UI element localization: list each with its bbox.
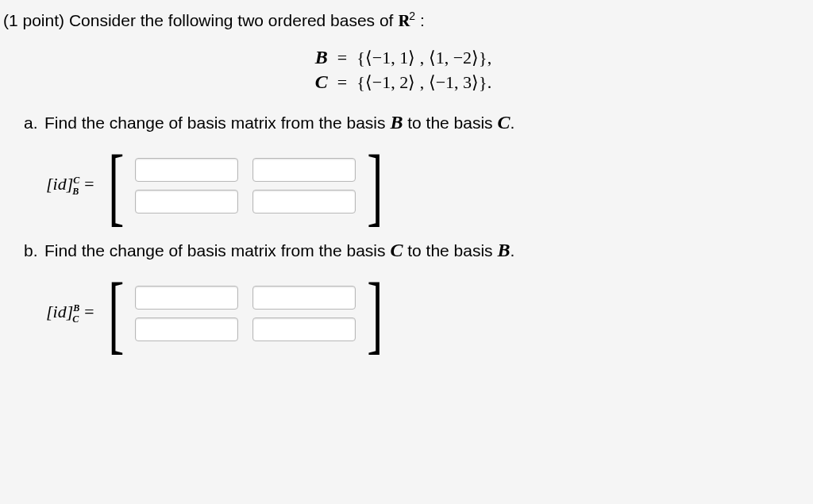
basis-C-symbol-inline: C (497, 112, 510, 133)
matrix-b-cells (130, 283, 360, 344)
problem-intro: (1 point) Consider the following two ord… (3, 10, 803, 31)
part-a-matrix-row: [id]CB = [ ] (46, 154, 803, 217)
real-symbol: R (398, 11, 409, 31)
part-a-text-before: Find the change of basis matrix from the… (44, 113, 390, 132)
part-a-end: . (510, 113, 514, 132)
basis-B-set: {⟨−1, 1⟩ , ⟨1, −2⟩}, (352, 45, 496, 70)
part-b-end: . (510, 241, 514, 260)
part-a-prompt: a.Find the change of basis matrix from t… (24, 112, 803, 133)
part-b-id-label: [id]BC = (46, 302, 95, 325)
right-bracket-icon: ] (368, 154, 383, 217)
basis-B-symbol-inline: B (390, 112, 403, 133)
part-a-letter: a. (24, 113, 44, 133)
part-b-mid: to the basis (403, 241, 497, 260)
basis-B-symbol-inline: B (497, 240, 510, 260)
part-a-id-label: [id]CB = (46, 174, 95, 197)
part-b: b.Find the change of basis matrix from t… (24, 240, 803, 345)
equals-sign: = (333, 45, 352, 70)
part-b-matrix-row: [id]BC = [ ] (46, 282, 803, 345)
matrix-b-r1c1-input[interactable] (135, 286, 238, 310)
part-b-prompt: b.Find the change of basis matrix from t… (24, 240, 803, 261)
matrix-a-cells (130, 155, 360, 217)
basis-B-symbol: B (315, 47, 328, 67)
left-bracket-icon: [ (108, 154, 124, 217)
basis-C-symbol: C (315, 71, 328, 92)
intro-colon: : (415, 11, 425, 29)
matrix-a-r2c1-input[interactable] (135, 190, 238, 214)
matrix-b-r2c2-input[interactable] (252, 317, 356, 341)
left-bracket-icon: [ (108, 282, 124, 345)
matrix-b-r1c2-input[interactable] (252, 286, 356, 310)
part-b-letter: b. (24, 241, 44, 260)
points-label: (1 point) (3, 11, 64, 29)
basis-definitions: B = {⟨−1, 1⟩ , ⟨1, −2⟩}, C = {⟨−1, 2⟩ , … (3, 45, 803, 94)
basis-C-set: {⟨−1, 2⟩ , ⟨−1, 3⟩}. (352, 70, 496, 94)
matrix-a-r1c1-input[interactable] (135, 158, 238, 182)
part-b-text-before: Find the change of basis matrix from the… (44, 241, 390, 260)
equals-sign: = (333, 70, 352, 94)
basis-C-symbol-inline: C (390, 240, 403, 260)
right-bracket-icon: ] (368, 282, 383, 345)
matrix-a-r1c2-input[interactable] (252, 158, 356, 182)
intro-text: Consider the following two ordered bases… (69, 11, 398, 29)
matrix-b-r2c1-input[interactable] (135, 317, 238, 341)
part-a-mid: to the basis (403, 113, 497, 132)
part-a: a.Find the change of basis matrix from t… (24, 112, 803, 217)
matrix-a-r2c2-input[interactable] (252, 190, 356, 214)
